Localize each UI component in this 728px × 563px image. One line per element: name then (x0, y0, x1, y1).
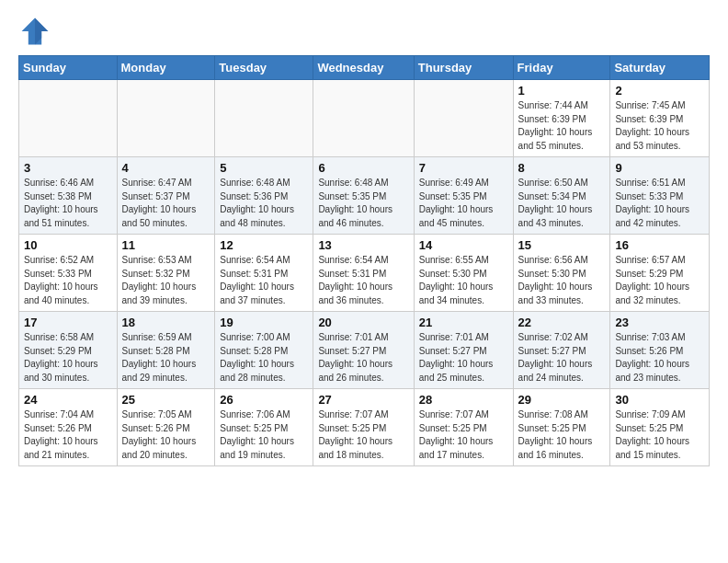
day-number: 30 (615, 393, 704, 407)
calendar-cell: 10Sunrise: 6:52 AM Sunset: 5:33 PM Dayli… (19, 235, 118, 312)
day-info: Sunrise: 6:59 AM Sunset: 5:28 PM Dayligh… (122, 331, 210, 385)
day-number: 13 (318, 238, 408, 252)
day-number: 27 (318, 393, 408, 407)
calendar-cell: 7Sunrise: 6:49 AM Sunset: 5:35 PM Daylig… (414, 157, 513, 235)
day-info: Sunrise: 6:54 AM Sunset: 5:31 PM Dayligh… (220, 254, 308, 307)
weekday-header: Tuesday (215, 56, 313, 80)
day-number: 5 (220, 161, 308, 175)
calendar-cell: 25Sunrise: 7:05 AM Sunset: 5:26 PM Dayli… (117, 389, 215, 466)
day-info: Sunrise: 7:01 AM Sunset: 5:27 PM Dayligh… (318, 331, 408, 385)
day-number: 20 (318, 316, 408, 329)
day-number: 29 (518, 393, 606, 407)
calendar-cell (19, 80, 118, 157)
calendar-cell: 30Sunrise: 7:09 AM Sunset: 5:25 PM Dayli… (610, 389, 710, 466)
day-info: Sunrise: 6:49 AM Sunset: 5:35 PM Dayligh… (419, 177, 508, 230)
day-info: Sunrise: 6:52 AM Sunset: 5:33 PM Dayligh… (24, 254, 112, 307)
day-number: 1 (518, 84, 606, 98)
calendar-header-row: SundayMondayTuesdayWednesdayThursdayFrid… (19, 56, 710, 80)
weekday-header: Friday (513, 56, 610, 80)
weekday-header: Saturday (610, 56, 710, 80)
calendar-cell: 27Sunrise: 7:07 AM Sunset: 5:25 PM Dayli… (313, 389, 414, 466)
day-info: Sunrise: 6:57 AM Sunset: 5:29 PM Dayligh… (615, 254, 704, 307)
weekday-header: Thursday (414, 56, 513, 80)
day-number: 9 (615, 161, 704, 175)
calendar-cell: 19Sunrise: 7:00 AM Sunset: 5:28 PM Dayli… (215, 312, 313, 389)
calendar-cell: 6Sunrise: 6:48 AM Sunset: 5:35 PM Daylig… (313, 157, 414, 235)
day-number: 19 (220, 316, 308, 329)
calendar-cell: 2Sunrise: 7:45 AM Sunset: 6:39 PM Daylig… (610, 80, 710, 157)
header (18, 15, 710, 48)
calendar-week-row: 3Sunrise: 6:46 AM Sunset: 5:38 PM Daylig… (19, 157, 710, 235)
calendar-cell: 22Sunrise: 7:02 AM Sunset: 5:27 PM Dayli… (513, 312, 610, 389)
day-info: Sunrise: 7:03 AM Sunset: 5:26 PM Dayligh… (615, 331, 704, 385)
day-number: 8 (518, 161, 606, 175)
calendar-cell (313, 80, 414, 157)
calendar-cell: 8Sunrise: 6:50 AM Sunset: 5:34 PM Daylig… (513, 157, 610, 235)
calendar-cell: 24Sunrise: 7:04 AM Sunset: 5:26 PM Dayli… (19, 389, 118, 466)
day-info: Sunrise: 7:06 AM Sunset: 5:25 PM Dayligh… (220, 408, 308, 462)
day-number: 26 (220, 393, 308, 407)
calendar-cell: 20Sunrise: 7:01 AM Sunset: 5:27 PM Dayli… (313, 312, 414, 389)
day-number: 25 (122, 393, 210, 407)
day-info: Sunrise: 6:47 AM Sunset: 5:37 PM Dayligh… (122, 177, 210, 230)
day-info: Sunrise: 7:45 AM Sunset: 6:39 PM Dayligh… (615, 99, 704, 153)
day-number: 23 (615, 316, 704, 329)
day-number: 21 (419, 316, 508, 329)
calendar-cell: 4Sunrise: 6:47 AM Sunset: 5:37 PM Daylig… (117, 157, 215, 235)
calendar-cell: 29Sunrise: 7:08 AM Sunset: 5:25 PM Dayli… (513, 389, 610, 466)
calendar-cell (117, 80, 215, 157)
logo-icon (18, 15, 51, 48)
calendar-cell: 17Sunrise: 6:58 AM Sunset: 5:29 PM Dayli… (19, 312, 118, 389)
calendar-cell: 26Sunrise: 7:06 AM Sunset: 5:25 PM Dayli… (215, 389, 313, 466)
day-number: 15 (518, 238, 606, 252)
calendar-week-row: 24Sunrise: 7:04 AM Sunset: 5:26 PM Dayli… (19, 389, 710, 466)
calendar-cell: 1Sunrise: 7:44 AM Sunset: 6:39 PM Daylig… (513, 80, 610, 157)
day-info: Sunrise: 6:54 AM Sunset: 5:31 PM Dayligh… (318, 254, 408, 307)
day-number: 7 (419, 161, 508, 175)
day-info: Sunrise: 6:53 AM Sunset: 5:32 PM Dayligh… (122, 254, 210, 307)
day-number: 10 (24, 238, 112, 252)
day-info: Sunrise: 6:51 AM Sunset: 5:33 PM Dayligh… (615, 177, 704, 230)
day-info: Sunrise: 6:58 AM Sunset: 5:29 PM Dayligh… (24, 331, 112, 385)
day-number: 17 (24, 316, 112, 329)
day-number: 16 (615, 238, 704, 252)
calendar-cell: 15Sunrise: 6:56 AM Sunset: 5:30 PM Dayli… (513, 235, 610, 312)
day-info: Sunrise: 7:07 AM Sunset: 5:25 PM Dayligh… (419, 408, 508, 462)
day-number: 12 (220, 238, 308, 252)
weekday-header: Monday (117, 56, 215, 80)
day-number: 14 (419, 238, 508, 252)
page: SundayMondayTuesdayWednesdayThursdayFrid… (0, 0, 728, 476)
calendar-week-row: 10Sunrise: 6:52 AM Sunset: 5:33 PM Dayli… (19, 235, 710, 312)
calendar-week-row: 17Sunrise: 6:58 AM Sunset: 5:29 PM Dayli… (19, 312, 710, 389)
calendar-week-row: 1Sunrise: 7:44 AM Sunset: 6:39 PM Daylig… (19, 80, 710, 157)
day-info: Sunrise: 6:48 AM Sunset: 5:36 PM Dayligh… (220, 177, 308, 230)
calendar-cell: 16Sunrise: 6:57 AM Sunset: 5:29 PM Dayli… (610, 235, 710, 312)
day-info: Sunrise: 7:44 AM Sunset: 6:39 PM Dayligh… (518, 99, 606, 153)
day-info: Sunrise: 6:48 AM Sunset: 5:35 PM Dayligh… (318, 177, 408, 230)
calendar-cell: 28Sunrise: 7:07 AM Sunset: 5:25 PM Dayli… (414, 389, 513, 466)
day-info: Sunrise: 7:08 AM Sunset: 5:25 PM Dayligh… (518, 408, 606, 462)
day-info: Sunrise: 7:00 AM Sunset: 5:28 PM Dayligh… (220, 331, 308, 385)
day-number: 3 (24, 161, 112, 175)
calendar-cell: 14Sunrise: 6:55 AM Sunset: 5:30 PM Dayli… (414, 235, 513, 312)
calendar-cell: 23Sunrise: 7:03 AM Sunset: 5:26 PM Dayli… (610, 312, 710, 389)
day-info: Sunrise: 6:46 AM Sunset: 5:38 PM Dayligh… (24, 177, 112, 230)
calendar-cell (215, 80, 313, 157)
logo (18, 15, 55, 48)
calendar-cell: 21Sunrise: 7:01 AM Sunset: 5:27 PM Dayli… (414, 312, 513, 389)
day-info: Sunrise: 7:01 AM Sunset: 5:27 PM Dayligh… (419, 331, 508, 385)
weekday-header: Wednesday (313, 56, 414, 80)
day-info: Sunrise: 7:05 AM Sunset: 5:26 PM Dayligh… (122, 408, 210, 462)
calendar-cell: 5Sunrise: 6:48 AM Sunset: 5:36 PM Daylig… (215, 157, 313, 235)
day-number: 4 (122, 161, 210, 175)
day-number: 18 (122, 316, 210, 329)
day-info: Sunrise: 7:04 AM Sunset: 5:26 PM Dayligh… (24, 408, 112, 462)
calendar-cell: 13Sunrise: 6:54 AM Sunset: 5:31 PM Dayli… (313, 235, 414, 312)
calendar-cell: 18Sunrise: 6:59 AM Sunset: 5:28 PM Dayli… (117, 312, 215, 389)
day-info: Sunrise: 6:55 AM Sunset: 5:30 PM Dayligh… (419, 254, 508, 307)
weekday-header: Sunday (19, 56, 118, 80)
day-number: 28 (419, 393, 508, 407)
calendar-cell: 11Sunrise: 6:53 AM Sunset: 5:32 PM Dayli… (117, 235, 215, 312)
calendar-cell: 9Sunrise: 6:51 AM Sunset: 5:33 PM Daylig… (610, 157, 710, 235)
day-info: Sunrise: 7:02 AM Sunset: 5:27 PM Dayligh… (518, 331, 606, 385)
